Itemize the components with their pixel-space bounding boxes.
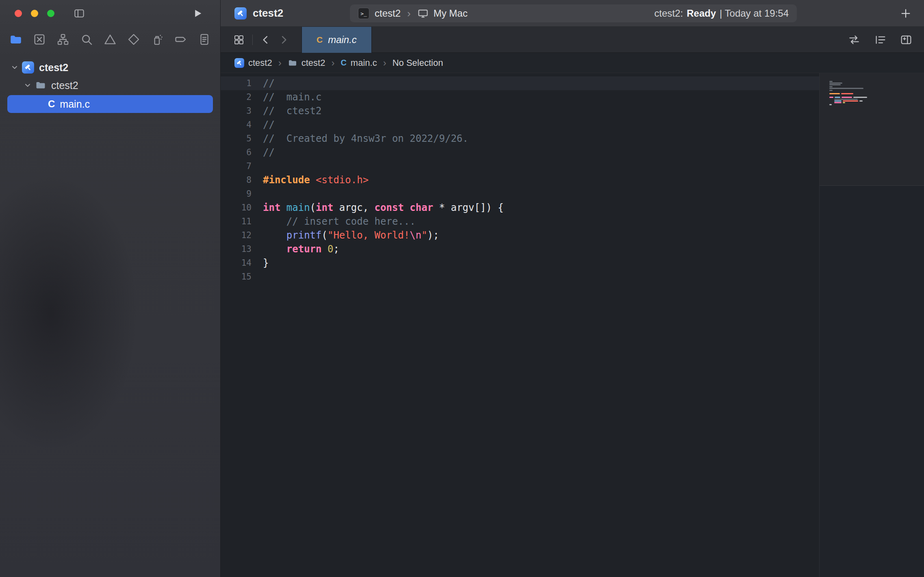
minimap-column (819, 73, 924, 577)
line-number: 1 (221, 76, 252, 90)
chevron-right-icon: › (278, 57, 282, 69)
chevron-down-icon[interactable] (24, 81, 32, 89)
code-line[interactable]: 11 // insert code here... (221, 215, 819, 228)
line-number: 2 (221, 90, 252, 104)
terminal-icon: >_ (358, 8, 369, 19)
jumpbar-item-group[interactable]: ctest2 (288, 58, 325, 68)
line-number: 10 (221, 201, 252, 215)
code-text: return 0; (263, 242, 339, 256)
code-line[interactable]: 10int main(int argc, const char * argv[]… (221, 201, 819, 215)
code-line[interactable]: 1// (221, 76, 819, 90)
sidebar-toggle-icon[interactable] (73, 7, 85, 20)
source-control-navigator-icon[interactable] (31, 31, 48, 48)
forward-button[interactable] (278, 34, 289, 46)
jumpbar-item-file[interactable]: C main.c (341, 58, 377, 68)
code-text: // (263, 118, 275, 132)
code-text: // ctest2 (263, 104, 322, 118)
main-area: ctest2 >_ ctest2 › My Mac ctest2:Ready| … (221, 0, 924, 577)
line-number: 7 (221, 159, 252, 173)
tree-row-group[interactable]: ctest2 (0, 76, 220, 94)
traffic-lights (15, 10, 54, 17)
code-text: // Created by 4nsw3r on 2022/9/26. (263, 132, 469, 145)
tree-label: ctest2 (51, 80, 78, 91)
minimap[interactable] (820, 73, 924, 186)
c-file-icon: C (341, 58, 346, 67)
breakpoint-navigator-icon[interactable] (172, 31, 189, 48)
code-text: int main(int argc, const char * argv[]) … (263, 201, 503, 215)
my-mac-icon (417, 8, 429, 19)
related-items-grid-icon[interactable] (233, 34, 245, 46)
line-number: 3 (221, 104, 252, 118)
window-toolbar: ctest2 >_ ctest2 › My Mac ctest2:Ready| … (221, 0, 924, 27)
code-line[interactable]: 4// (221, 118, 819, 132)
status-state: Ready (687, 8, 716, 19)
back-button[interactable] (260, 34, 271, 46)
code-line[interactable]: 9 (221, 187, 819, 201)
c-file-icon: C (317, 35, 323, 45)
tree-row-file-selected[interactable]: C main.c (7, 95, 213, 113)
code-line[interactable]: 14} (221, 256, 819, 270)
line-number: 8 (221, 173, 252, 187)
run-button[interactable] (192, 8, 203, 19)
tree-label: ctest2 (39, 62, 68, 74)
code-line[interactable]: 6// (221, 145, 819, 159)
jumpbar-item-selection[interactable]: No Selection (393, 58, 443, 68)
activity-status: ctest2:Ready| Today at 19:54 (654, 8, 789, 19)
jumpbar-item-project[interactable]: ctest2 (234, 58, 272, 68)
xcode-project-icon (22, 61, 34, 74)
jumpbar-label: main.c (351, 58, 377, 68)
code-line[interactable]: 12 printf("Hello, World!\n"); (221, 228, 819, 242)
editor-controls (848, 33, 913, 46)
code-text: } (263, 256, 269, 270)
add-editor-icon[interactable] (900, 33, 913, 46)
code-text: // (263, 76, 275, 90)
scheme-and-status-pill[interactable]: >_ ctest2 › My Mac ctest2:Ready| Today a… (350, 4, 797, 22)
close-button[interactable] (15, 10, 22, 17)
code-text: printf("Hello, World!\n"); (263, 228, 439, 242)
window-title: ctest2 (253, 7, 283, 20)
find-navigator-icon[interactable] (78, 31, 95, 48)
tree-row-project[interactable]: ctest2 (0, 59, 220, 76)
divider (252, 35, 253, 45)
library-plus-button[interactable] (900, 7, 912, 20)
line-number: 11 (221, 215, 252, 228)
jumpbar-label: ctest2 (248, 58, 272, 68)
code-line[interactable]: 8#include <stdio.h> (221, 173, 819, 187)
symbol-navigator-icon[interactable] (54, 31, 72, 48)
project-navigator-icon[interactable] (7, 31, 24, 48)
line-number: 6 (221, 145, 252, 159)
report-navigator-icon[interactable] (196, 31, 213, 48)
folder-icon (288, 58, 297, 68)
code-line[interactable]: 5// Created by 4nsw3r on 2022/9/26. (221, 132, 819, 145)
xcode-window: ctest2 ctest2 C main.c ctest (0, 0, 924, 577)
code-lines[interactable]: 1//2// main.c3// ctest24//5// Created by… (221, 73, 819, 577)
scheme-name[interactable]: ctest2 (375, 8, 401, 19)
chevron-down-icon[interactable] (11, 63, 19, 72)
debug-navigator-icon[interactable] (149, 31, 166, 48)
code-text: // insert code here... (263, 215, 416, 228)
editor-options-icon[interactable] (874, 33, 887, 46)
run-destination[interactable]: My Mac (434, 8, 468, 19)
code-line[interactable]: 3// ctest2 (221, 104, 819, 118)
code-line[interactable]: 7 (221, 159, 819, 173)
issue-navigator-icon[interactable] (102, 31, 119, 48)
chevron-right-icon: › (383, 57, 386, 69)
line-number: 5 (221, 132, 252, 145)
code-line[interactable]: 13 return 0; (221, 242, 819, 256)
code-text: // main.c (263, 90, 322, 104)
status-time: | Today at 19:54 (720, 8, 789, 19)
minimize-button[interactable] (31, 10, 38, 17)
editor-tab-bar: C main.c (221, 27, 924, 53)
code-review-icon[interactable] (848, 33, 861, 46)
tab-main-c[interactable]: C main.c (301, 27, 372, 53)
code-line[interactable]: 2// main.c (221, 90, 819, 104)
line-number: 14 (221, 256, 252, 270)
zoom-button[interactable] (47, 10, 54, 17)
code-line[interactable]: 15 (221, 270, 819, 284)
test-navigator-icon[interactable] (125, 31, 142, 48)
folder-icon (35, 80, 46, 91)
xcode-project-icon (234, 58, 244, 68)
line-number: 4 (221, 118, 252, 132)
status-scheme: ctest2: (654, 8, 683, 19)
sidebar-titlebar (0, 0, 220, 27)
